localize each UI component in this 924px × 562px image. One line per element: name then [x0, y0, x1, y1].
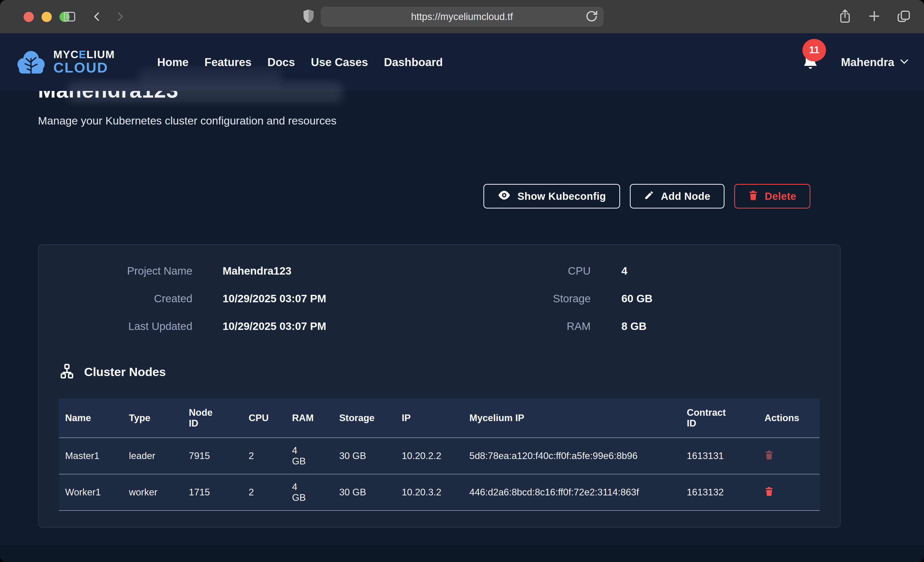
notifications-button[interactable]: 11 [801, 52, 819, 72]
brand[interactable]: MYCELIUM CLOUD [15, 48, 115, 76]
last-updated-label: Last Updated [59, 320, 192, 332]
delete-label: Delete [765, 191, 796, 202]
notification-badge: 11 [802, 39, 826, 61]
pencil-icon [644, 190, 654, 203]
table-row: Worker1 worker 1715 2 4 GB 30 GB 10.20.3… [59, 474, 820, 511]
main-content: Mahendra123 Manage your Kubernetes clust… [0, 78, 924, 528]
created-value: 10/29/2025 03:07 PM [223, 293, 439, 305]
table-header-row: Name Type Node ID CPU RAM Storage IP Myc… [59, 399, 820, 438]
node-type: leader [123, 438, 183, 474]
project-info: Project Name Mahendra123 Created 10/29/2… [59, 265, 820, 332]
nav-item-use-cases[interactable]: Use Cases [311, 56, 368, 69]
project-info-right: CPU 4 Storage 60 GB RAM 8 GB [439, 265, 820, 332]
col-storage: Storage [333, 399, 396, 438]
privacy-shield-icon[interactable] [302, 9, 315, 25]
close-window-button[interactable] [24, 12, 34, 22]
storage-value: 60 GB [621, 293, 820, 305]
user-name: Mahendra [841, 56, 894, 69]
nav-item-features[interactable]: Features [204, 56, 251, 69]
browser-chrome: https://myceliumcloud.tf [0, 0, 924, 33]
tab-overview-icon[interactable] [896, 9, 911, 25]
last-updated-value: 10/29/2025 03:07 PM [223, 320, 439, 332]
node-type: worker [123, 474, 183, 511]
url-text: https://myceliumcloud.tf [411, 11, 513, 22]
project-info-left: Project Name Mahendra123 Created 10/29/2… [59, 265, 439, 332]
eye-icon [498, 190, 511, 203]
sidebar-toggle-icon[interactable] [62, 9, 78, 25]
user-menu[interactable]: Mahendra [841, 56, 909, 69]
address-bar[interactable]: https://myceliumcloud.tf [321, 7, 604, 27]
col-ip: IP [396, 399, 464, 438]
minimize-window-button[interactable] [42, 12, 52, 22]
created-label: Created [59, 293, 192, 305]
node-storage: 30 GB [333, 474, 396, 511]
reload-icon[interactable] [584, 9, 600, 25]
delete-node-button[interactable] [765, 486, 774, 497]
blur-smudge-secondary [138, 69, 282, 84]
node-cpu: 2 [243, 474, 286, 511]
nav-item-home[interactable]: Home [157, 56, 189, 69]
browser-window: https://myceliumcloud.tf [0, 0, 924, 562]
node-ram: 4 GB [286, 438, 333, 474]
app-viewport: MYCELIUM CLOUD Home Features Docs Use Ca… [0, 33, 924, 562]
col-node-id: Node ID [183, 399, 242, 438]
brand-line2: CLOUD [53, 60, 115, 75]
nav-item-dashboard[interactable]: Dashboard [384, 56, 443, 69]
chrome-right-buttons [838, 8, 911, 25]
brand-text: MYCELIUM CLOUD [53, 49, 115, 75]
blur-smudge [68, 82, 342, 102]
forward-icon[interactable] [112, 9, 128, 25]
node-contract-id: 1613132 [681, 474, 758, 511]
chevron-down-icon [900, 59, 909, 66]
col-actions: Actions [758, 399, 820, 438]
trash-icon [765, 493, 774, 497]
node-ip: 10.20.2.2 [396, 438, 464, 474]
back-icon[interactable] [89, 9, 105, 25]
main-nav: Home Features Docs Use Cases Dashboard [157, 56, 443, 69]
bell-icon [801, 69, 819, 73]
new-tab-icon[interactable] [867, 9, 881, 24]
storage-label: Storage [439, 293, 591, 305]
table-row: Master1 leader 7915 2 4 GB 30 GB 10.20.2… [59, 438, 820, 474]
add-node-button[interactable]: Add Node [630, 184, 724, 209]
cluster-nodes-table: Name Type Node ID CPU RAM Storage IP Myc… [59, 399, 820, 511]
node-ram: 4 GB [286, 474, 333, 511]
node-mycelium-ip: 446:d2a6:8bcd:8c16:ff0f:72e2:3114:863f [463, 474, 681, 511]
col-type: Type [123, 399, 183, 438]
node-name: Master1 [59, 438, 123, 474]
node-actions [758, 474, 820, 511]
node-mycelium-ip: 5d8:78ea:a120:f40c:ff0f:a5fe:99e6:8b96 [463, 438, 681, 474]
cluster-details-panel: Project Name Mahendra123 Created 10/29/2… [38, 244, 841, 528]
show-kubeconfig-label: Show Kubeconfig [518, 191, 606, 202]
trash-icon [765, 457, 774, 461]
project-name-value: Mahendra123 [223, 265, 439, 277]
page-subtitle: Manage your Kubernetes cluster configura… [38, 115, 841, 127]
cluster-nodes-title: Cluster Nodes [84, 365, 166, 379]
network-nodes-icon [59, 363, 75, 380]
ram-label: RAM [439, 320, 591, 332]
share-icon[interactable] [838, 8, 852, 25]
project-name-label: Project Name [59, 265, 192, 277]
node-ip: 10.20.3.2 [396, 474, 464, 511]
col-ram: RAM [286, 399, 333, 438]
cluster-actions: Show Kubeconfig Add Node Delete [38, 184, 810, 209]
delete-node-button-disabled[interactable] [765, 450, 774, 461]
col-mycelium-ip: Mycelium IP [463, 399, 681, 438]
footer-strip [0, 546, 924, 562]
ram-value: 8 GB [621, 320, 820, 332]
brand-line1: MYCELIUM [53, 49, 115, 60]
trash-icon [748, 190, 758, 203]
cpu-value: 4 [621, 265, 820, 277]
delete-cluster-button[interactable]: Delete [734, 184, 810, 209]
nav-item-docs[interactable]: Docs [267, 56, 295, 69]
node-id: 1715 [183, 474, 242, 511]
col-cpu: CPU [243, 399, 286, 438]
node-name: Worker1 [59, 474, 123, 511]
header-right: 11 Mahendra [801, 52, 909, 72]
node-id: 7915 [183, 438, 242, 474]
show-kubeconfig-button[interactable]: Show Kubeconfig [483, 184, 620, 209]
node-storage: 30 GB [333, 438, 396, 474]
mycelium-cloud-logo-icon [15, 48, 46, 76]
node-cpu: 2 [243, 438, 286, 474]
col-contract-id: Contract ID [681, 399, 758, 438]
